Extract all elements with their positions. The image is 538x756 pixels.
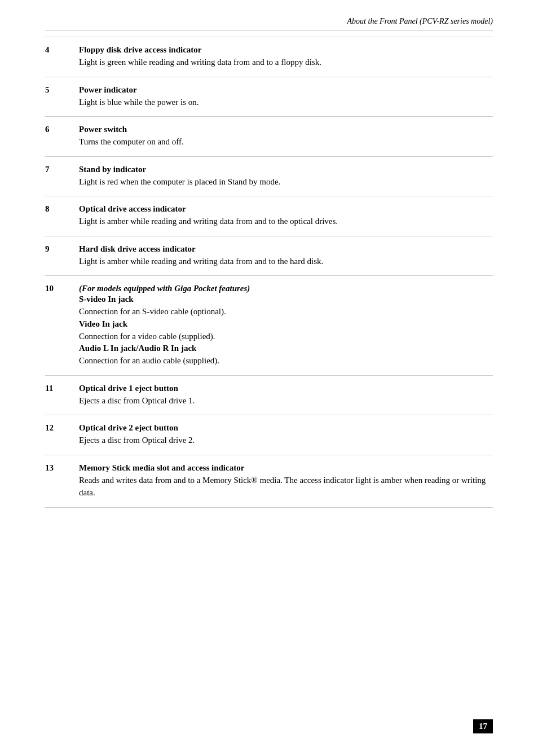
entry-desc-13: Reads and writes data from and to a Memo…: [79, 474, 493, 499]
page-header: About the Front Panel (PCV-RZ series mod…: [45, 17, 493, 31]
entry-content-10: (For models equipped with Giga Pocket fe…: [79, 284, 493, 367]
entry-desc-7: Light is red when the computer is placed…: [79, 175, 493, 188]
entry-title-8: Optical drive access indicator: [79, 204, 493, 214]
entry-subdesc-10-2: Connection for a video cable (supplied).: [79, 330, 493, 343]
entry-number-6: 6: [45, 125, 79, 134]
entry-number-5: 5: [45, 85, 79, 95]
entry-content-8: Optical drive access indicator Light is …: [79, 204, 493, 228]
entry-10: 10 (For models equipped with Giga Pocket…: [45, 276, 493, 376]
entry-number-7: 7: [45, 165, 79, 174]
page-number: 17: [473, 719, 493, 733]
entry-content-7: Stand by indicator Light is red when the…: [79, 165, 493, 188]
entry-title-10-italic: (For models equipped with Giga Pocket fe…: [79, 284, 493, 293]
entry-5: 5 Power indicator Light is blue while th…: [45, 77, 493, 117]
entry-subtitle-10-2: Video In jack: [79, 319, 493, 329]
entry-subdesc-10-1: Connection for an S-video cable (optiona…: [79, 305, 493, 318]
entry-number-11: 11: [45, 384, 79, 393]
entry-title-12: Optical drive 2 eject button: [79, 423, 493, 433]
entry-content-6: Power switch Turns the computer on and o…: [79, 125, 493, 148]
entry-title-9: Hard disk drive access indicator: [79, 244, 493, 254]
header-title: About the Front Panel (PCV-RZ series mod…: [347, 17, 493, 25]
entry-title-11: Optical drive 1 eject button: [79, 384, 493, 393]
entry-content-5: Power indicator Light is blue while the …: [79, 85, 493, 109]
entry-subtitle-10-3: Audio L In jack/Audio R In jack: [79, 344, 493, 353]
entry-desc-11: Ejects a disc from Optical drive 1.: [79, 394, 493, 407]
entry-block-10-2: Video In jack Connection for a video cab…: [79, 319, 493, 343]
entry-number-9: 9: [45, 244, 79, 254]
entry-number-4: 4: [45, 45, 79, 55]
entry-subdesc-10-3: Connection for an audio cable (supplied)…: [79, 354, 493, 367]
entry-desc-12: Ejects a disc from Optical drive 2.: [79, 434, 493, 447]
entry-7: 7 Stand by indicator Light is red when t…: [45, 157, 493, 197]
entry-8: 8 Optical drive access indicator Light i…: [45, 196, 493, 236]
entry-number-12: 12: [45, 423, 79, 433]
page-container: About the Front Panel (PCV-RZ series mod…: [0, 0, 538, 756]
entry-desc-6: Turns the computer on and off.: [79, 135, 493, 148]
entry-content-11: Optical drive 1 eject button Ejects a di…: [79, 384, 493, 407]
entry-9: 9 Hard disk drive access indicator Light…: [45, 236, 493, 276]
entry-desc-9: Light is amber while reading and writing…: [79, 255, 493, 268]
entry-title-6: Power switch: [79, 125, 493, 134]
entry-title-5: Power indicator: [79, 85, 493, 95]
entry-content-9: Hard disk drive access indicator Light i…: [79, 244, 493, 268]
entry-title-4: Floppy disk drive access indicator: [79, 45, 493, 55]
page-footer: 17: [473, 719, 493, 733]
entry-number-10: 10: [45, 284, 79, 293]
entry-content-13: Memory Stick media slot and access indic…: [79, 463, 493, 499]
entry-content-12: Optical drive 2 eject button Ejects a di…: [79, 423, 493, 447]
entry-subtitle-10-1: S-video In jack: [79, 295, 493, 304]
entry-block-10-1: S-video In jack Connection for an S-vide…: [79, 295, 493, 318]
entry-number-8: 8: [45, 204, 79, 214]
entry-desc-8: Light is amber while reading and writing…: [79, 215, 493, 228]
entry-12: 12 Optical drive 2 eject button Ejects a…: [45, 415, 493, 455]
entry-4: 4 Floppy disk drive access indicator Lig…: [45, 37, 493, 77]
entry-title-7: Stand by indicator: [79, 165, 493, 174]
entry-6: 6 Power switch Turns the computer on and…: [45, 117, 493, 157]
entry-11: 11 Optical drive 1 eject button Ejects a…: [45, 376, 493, 416]
entries-container: 4 Floppy disk drive access indicator Lig…: [45, 37, 493, 508]
entry-number-13: 13: [45, 463, 79, 473]
entry-content-4: Floppy disk drive access indicator Light…: [79, 45, 493, 69]
entry-block-10-3: Audio L In jack/Audio R In jack Connecti…: [79, 344, 493, 367]
entry-title-13: Memory Stick media slot and access indic…: [79, 463, 493, 473]
entry-desc-4: Light is green while reading and writing…: [79, 56, 493, 69]
entry-desc-5: Light is blue while the power is on.: [79, 96, 493, 109]
entry-13: 13 Memory Stick media slot and access in…: [45, 455, 493, 508]
